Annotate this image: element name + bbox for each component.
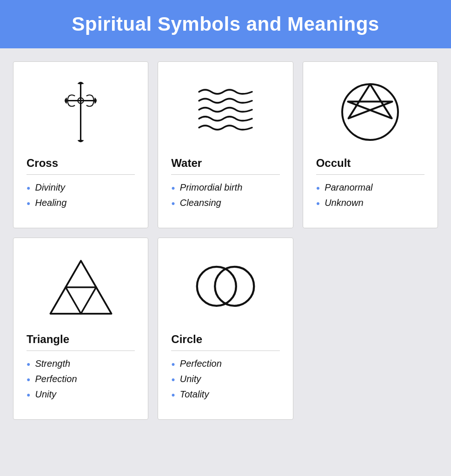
list-item: Paranormal bbox=[316, 182, 424, 193]
water-symbol bbox=[171, 75, 279, 149]
water-meanings: Primordial birth Cleansing bbox=[171, 182, 279, 208]
circle-symbol bbox=[171, 251, 279, 325]
triangle-divider bbox=[27, 350, 135, 351]
svg-point-9 bbox=[197, 267, 236, 306]
list-item: Divinity bbox=[27, 182, 135, 193]
triangle-meanings: Strength Perfection Unity bbox=[27, 358, 135, 400]
list-item: Primordial birth bbox=[171, 182, 279, 193]
card-circle: Circle Perfection Unity Totality bbox=[158, 238, 293, 420]
list-item: Perfection bbox=[27, 374, 135, 384]
list-item: Unity bbox=[171, 374, 279, 384]
svg-marker-6 bbox=[66, 261, 96, 287]
occult-symbol bbox=[316, 75, 424, 149]
water-divider bbox=[171, 174, 279, 175]
circle-title: Circle bbox=[171, 333, 279, 346]
water-title: Water bbox=[171, 157, 279, 170]
triangle-symbol bbox=[27, 251, 135, 325]
list-item: Perfection bbox=[171, 358, 279, 369]
circle-divider bbox=[171, 350, 279, 351]
cross-symbol bbox=[27, 75, 135, 149]
list-item: Cleansing bbox=[171, 198, 279, 208]
card-water: Water Primordial birth Cleansing bbox=[158, 61, 293, 228]
list-item: Unity bbox=[27, 389, 135, 400]
list-item: Strength bbox=[27, 358, 135, 369]
cross-divider bbox=[27, 174, 135, 175]
svg-marker-8 bbox=[81, 287, 112, 314]
cross-title: Cross bbox=[27, 157, 135, 170]
cards-grid: Cross Divinity Healing Water Primordial … bbox=[0, 48, 451, 433]
page-header: Spiritual Symbols and Meanings bbox=[0, 0, 451, 48]
svg-point-10 bbox=[215, 267, 254, 306]
card-occult: Occult Paranormal Unknown bbox=[303, 61, 438, 228]
svg-marker-7 bbox=[50, 287, 81, 314]
occult-meanings: Paranormal Unknown bbox=[316, 182, 424, 208]
list-item: Healing bbox=[27, 198, 135, 208]
cross-meanings: Divinity Healing bbox=[27, 182, 135, 208]
card-triangle: Triangle Strength Perfection Unity bbox=[13, 238, 148, 420]
occult-divider bbox=[316, 174, 424, 175]
occult-title: Occult bbox=[316, 157, 424, 170]
svg-point-3 bbox=[342, 84, 398, 140]
page-title: Spiritual Symbols and Meanings bbox=[9, 13, 442, 35]
circle-meanings: Perfection Unity Totality bbox=[171, 358, 279, 400]
triangle-title: Triangle bbox=[27, 333, 135, 346]
list-item: Unknown bbox=[316, 198, 424, 208]
list-item: Totality bbox=[171, 389, 279, 400]
card-cross: Cross Divinity Healing bbox=[13, 61, 148, 228]
